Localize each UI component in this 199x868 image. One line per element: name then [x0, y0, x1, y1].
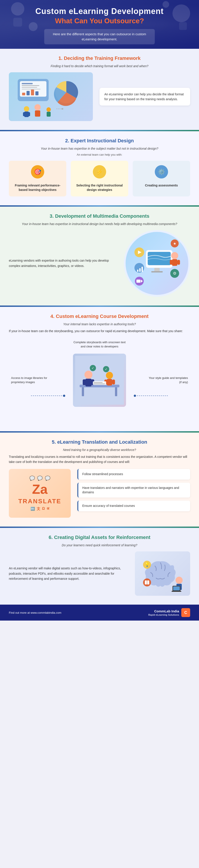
- svg-rect-30: [151, 271, 163, 273]
- lang-icon-1: 🔤: [31, 506, 35, 511]
- section-1-textbox: An eLearning vendor can help you decide …: [100, 88, 190, 106]
- svg-rect-56: [82, 387, 84, 396]
- card-1-icon: 🎯: [31, 165, 44, 179]
- footer-logo: CommLab India Rapid eLearning Solutions …: [148, 608, 190, 617]
- infographic: Custom eLearning Development What Can Yo…: [0, 0, 199, 621]
- section-2-title: 2. Expert Instructional Design: [9, 138, 190, 144]
- footer: Find out more at www.commlabindia.com Co…: [0, 604, 199, 621]
- footer-logo-line1: CommLab India: [148, 609, 179, 614]
- svg-rect-24: [47, 112, 51, 117]
- svg-rect-65: [112, 379, 115, 384]
- section-3: 3. Development of Multimedia Components …: [0, 207, 199, 306]
- section-6-subtitle: Do your learners need quick reinforcemen…: [9, 544, 190, 547]
- svg-rect-13: [27, 91, 30, 95]
- section-3-subtitle: Your in-house team has expertise in inst…: [9, 222, 190, 226]
- section-5-title: 5. eLearning Translation and Localizatio…: [9, 439, 190, 445]
- svg-point-74: [175, 577, 183, 584]
- section-6-title: 6. Creating Digital Assets for Reinforce…: [9, 534, 190, 540]
- chat-icon-2: 💬: [37, 475, 43, 481]
- bullet-1-text: Follow streamlined processes: [82, 472, 123, 476]
- svg-rect-11: [22, 89, 40, 90]
- svg-rect-54: [75, 356, 124, 405]
- lang-icon-3: Ω: [42, 506, 45, 511]
- footer-logo-text: CommLab India Rapid eLearning Solutions: [148, 609, 179, 617]
- svg-rect-33: [170, 260, 172, 265]
- section-4-title: 4. Custom eLearning Course Development: [9, 313, 190, 319]
- svg-rect-46: [136, 280, 141, 283]
- section-5-content: 💬 💬 💬 Za TRANSLATE 🔤 文 Ω अ Follow stream…: [9, 469, 190, 518]
- svg-rect-12: [22, 93, 25, 95]
- section-1-svg: [13, 74, 88, 119]
- header-tagline: Here are the different aspects that you …: [44, 29, 155, 44]
- section-6-content: An eLearning vendor will make digital as…: [9, 551, 190, 596]
- section-2-subtitle: Your in-house team has expertise in the …: [9, 147, 190, 150]
- svg-point-62: [106, 372, 113, 379]
- section-6: 6. Creating Digital Assets for Reinforce…: [0, 528, 199, 604]
- section-6-svg: 💡: [138, 554, 187, 593]
- section-3-svg: ⚙ ★: [128, 235, 186, 292]
- section-3-title: 3. Development of Multimedia Components: [9, 213, 190, 219]
- card-instructional-strategies: ⚡ Selecting the right instructional desi…: [71, 161, 128, 196]
- header-title-main: Custom eLearning Development: [4, 7, 195, 16]
- svg-rect-67: [94, 382, 103, 383]
- bullet-3: Ensure accuracy of translated courses: [77, 501, 190, 511]
- footer-logo-line2: Rapid eLearning Solutions: [148, 613, 179, 616]
- section-4-people-svg: ✓ ✓: [75, 356, 124, 405]
- bullet-1: Follow streamlined processes: [77, 469, 190, 479]
- card-1-label: Framing relevant performance-based learn…: [12, 183, 63, 192]
- section-4-body: If your in-house team can do the storybo…: [9, 329, 190, 334]
- svg-rect-60: [83, 379, 86, 385]
- card-3-label: Creating assessments: [145, 183, 178, 188]
- svg-rect-39: [139, 268, 141, 272]
- section-2: 2. Expert Instructional Design Your in-h…: [0, 131, 199, 205]
- section-4: 4. Custom eLearning Course Development Y…: [0, 307, 199, 431]
- translate-za-icon: Za: [32, 483, 47, 496]
- svg-rect-63: [107, 379, 112, 385]
- svg-text:★: ★: [173, 242, 176, 245]
- svg-rect-19: [23, 112, 25, 116]
- svg-rect-20: [28, 112, 30, 116]
- svg-point-53: [134, 395, 136, 397]
- section-2-cards: 🎯 Framing relevant performance-based lea…: [9, 161, 190, 196]
- svg-point-23: [46, 107, 51, 112]
- svg-point-52: [63, 395, 65, 397]
- section-2-helper: An external team can help you with:: [9, 153, 190, 156]
- svg-rect-14: [31, 90, 34, 95]
- section-1-content: An eLearning vendor can help you decide …: [9, 72, 190, 121]
- header-title-sub: What Can You Outsource?: [4, 17, 195, 25]
- section-4-subtitle: Your internal team lacks expertise in au…: [9, 322, 190, 326]
- svg-rect-32: [172, 259, 177, 266]
- svg-text:✓: ✓: [91, 366, 94, 370]
- svg-rect-78: [171, 591, 181, 592]
- svg-text:💡: 💡: [145, 562, 150, 567]
- translate-language-icons: 🔤 文 Ω अ: [31, 506, 49, 511]
- section-5-bullets: Follow streamlined processes Have transl…: [77, 469, 190, 511]
- svg-rect-77: [173, 586, 180, 590]
- section-4-label-right: Your style guide and templates (if any): [146, 376, 188, 384]
- section-6-body: An eLearning vendor will make digital as…: [9, 566, 128, 582]
- header: Custom eLearning Development What Can Yo…: [0, 0, 199, 49]
- section-1-illustration: [9, 72, 93, 121]
- svg-rect-34: [177, 260, 180, 265]
- lang-icon-4: अ: [47, 506, 49, 511]
- svg-point-21: [35, 104, 41, 111]
- section-6-illustration: 💡: [135, 551, 190, 596]
- section-1: 1. Deciding the Training Framework Findi…: [0, 49, 199, 130]
- card-assessments: ⚙️ Creating assessments: [133, 161, 190, 196]
- svg-rect-66: [93, 381, 106, 385]
- svg-point-17: [24, 106, 29, 112]
- translate-icon-row: 💬 💬 💬: [29, 475, 50, 481]
- svg-point-58: [84, 371, 92, 379]
- svg-rect-29: [154, 268, 160, 271]
- card-2-label: Selecting the right instructional design…: [74, 183, 125, 192]
- svg-rect-22: [35, 111, 40, 117]
- card-learning-objectives: 🎯 Framing relevant performance-based lea…: [9, 161, 66, 196]
- section-5-illustration: 💬 💬 💬 Za TRANSLATE 🔤 文 Ω अ: [9, 469, 71, 518]
- svg-rect-8: [22, 83, 33, 84]
- svg-rect-10: [22, 87, 37, 88]
- section-4-center-image: ✓ ✓: [73, 353, 126, 407]
- bullet-2-text: Have translators and narrators with expe…: [82, 486, 179, 494]
- chat-icon-1: 💬: [29, 475, 35, 481]
- section-1-vendor-text: An eLearning vendor can help you decide …: [104, 92, 185, 102]
- svg-rect-59: [85, 379, 91, 386]
